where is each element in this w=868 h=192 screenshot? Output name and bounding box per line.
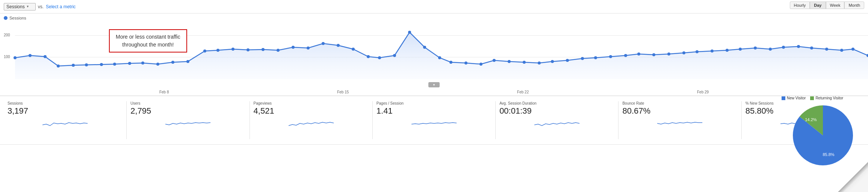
time-btn-hourly[interactable]: Hourly xyxy=(790,2,810,9)
returning-visitor-label: Returning Visitor xyxy=(815,96,843,100)
scroll-indicator[interactable] xyxy=(428,82,440,87)
svg-point-23 xyxy=(352,48,355,51)
stat-box-pageviews: Pageviews 4,521 xyxy=(250,101,373,139)
svg-point-12 xyxy=(186,60,189,63)
stat-box-pages-per-session: Pages / Session 1.41 xyxy=(373,101,496,139)
svg-point-57 xyxy=(840,49,843,52)
stat-value-pages-per-session: 1.41 xyxy=(377,106,491,116)
svg-point-34 xyxy=(508,60,511,63)
svg-point-54 xyxy=(797,45,800,48)
svg-point-28 xyxy=(423,46,426,49)
sparkline-bounce-rate xyxy=(622,117,737,129)
svg-point-13 xyxy=(203,50,206,52)
svg-point-55 xyxy=(810,46,813,50)
svg-point-7 xyxy=(113,63,116,66)
legend-item-returning-visitor: Returning Visitor xyxy=(810,96,843,100)
svg-point-26 xyxy=(393,54,396,57)
time-btn-month[interactable]: Month xyxy=(844,2,864,9)
annotation-line1: More or less constant traffic xyxy=(116,33,180,41)
stat-box-sessions: Sessions 3,197 xyxy=(4,101,127,139)
svg-point-32 xyxy=(479,63,482,66)
svg-point-50 xyxy=(739,48,742,51)
svg-point-3 xyxy=(57,64,60,68)
stat-box-users: Users 2,795 xyxy=(127,101,250,139)
svg-point-1 xyxy=(29,54,32,57)
svg-point-39 xyxy=(581,57,584,60)
svg-point-2 xyxy=(44,55,47,58)
vs-label: vs. xyxy=(38,4,44,9)
stat-label-pageviews: Pageviews xyxy=(254,101,369,105)
x-label-feb15: Feb 15 xyxy=(337,90,349,94)
stat-label-bounce-rate: Bounce Rate xyxy=(622,101,737,105)
svg-point-22 xyxy=(337,44,340,47)
svg-point-9 xyxy=(141,62,144,64)
svg-point-4 xyxy=(72,64,75,67)
svg-point-53 xyxy=(782,46,785,49)
annotation-box: More or less constant traffic throughout… xyxy=(109,29,187,52)
stat-value-bounce-rate: 80.67% xyxy=(622,106,737,116)
x-label-feb22: Feb 22 xyxy=(517,90,529,94)
svg-point-11 xyxy=(171,61,174,64)
svg-point-42 xyxy=(624,54,627,57)
svg-point-14 xyxy=(216,49,219,52)
sparkline-sessions xyxy=(8,117,122,129)
svg-point-6 xyxy=(100,63,103,66)
stat-label-avg-session: Avg. Session Duration xyxy=(499,101,614,105)
svg-point-38 xyxy=(566,59,569,62)
new-visitor-label: New Visitor xyxy=(787,96,806,100)
metric-selector: Sessions ▼ vs. Select a metric xyxy=(4,3,76,10)
stat-box-avg-session: Avg. Session Duration 00:01:39 xyxy=(496,101,618,139)
stat-value-users: 2,795 xyxy=(130,106,245,116)
svg-point-43 xyxy=(637,52,640,56)
svg-point-47 xyxy=(696,50,699,53)
stat-value-avg-session: 00:01:39 xyxy=(499,106,614,116)
svg-point-56 xyxy=(825,48,828,51)
svg-point-20 xyxy=(307,46,310,50)
x-label-feb8: Feb 8 xyxy=(159,90,169,94)
time-btn-week[interactable]: Week xyxy=(826,2,845,9)
svg-point-36 xyxy=(538,62,541,64)
sessions-label: Sessions xyxy=(6,4,25,9)
svg-point-24 xyxy=(367,55,370,58)
svg-point-46 xyxy=(682,51,685,54)
pie-container: 85.8% 14.2% xyxy=(789,102,857,169)
svg-point-51 xyxy=(754,46,757,50)
svg-point-48 xyxy=(711,50,714,52)
svg-point-18 xyxy=(277,49,280,52)
svg-point-16 xyxy=(246,48,250,51)
stat-label-pages-per-session: Pages / Session xyxy=(377,101,491,105)
stat-box-bounce-rate: Bounce Rate 80.67% xyxy=(618,101,741,139)
svg-point-41 xyxy=(609,55,612,58)
time-buttons: Hourly Day Week Month xyxy=(790,2,864,9)
annotation-line2: throughout the month! xyxy=(116,41,180,49)
svg-point-15 xyxy=(231,48,234,51)
sessions-dropdown[interactable]: Sessions ▼ xyxy=(4,3,36,10)
stats-section: Sessions 3,197 Users 2,795 Pageviews 4,5… xyxy=(0,96,868,145)
svg-point-25 xyxy=(378,56,381,59)
new-visitor-color xyxy=(782,96,785,100)
stat-value-sessions: 3,197 xyxy=(8,106,122,116)
sparkline-avg-session xyxy=(499,117,614,129)
svg-point-17 xyxy=(262,48,265,51)
svg-point-10 xyxy=(156,63,159,66)
svg-point-35 xyxy=(523,61,526,64)
svg-point-31 xyxy=(464,62,467,64)
svg-point-40 xyxy=(594,56,597,59)
sparkline-pages-per-session xyxy=(377,117,491,129)
svg-point-21 xyxy=(322,42,325,45)
stat-value-pageviews: 4,521 xyxy=(254,106,369,116)
select-metric-link[interactable]: Select a metric xyxy=(46,4,76,9)
legend-item-new-visitor: New Visitor xyxy=(782,96,806,100)
svg-point-37 xyxy=(551,60,554,63)
svg-point-27 xyxy=(408,31,411,34)
svg-point-30 xyxy=(449,61,452,64)
stat-label-sessions: Sessions xyxy=(8,101,122,105)
sparkline-users xyxy=(130,117,245,129)
time-btn-day[interactable]: Day xyxy=(810,2,826,9)
svg-point-52 xyxy=(769,48,772,51)
svg-point-8 xyxy=(128,62,131,65)
svg-point-58 xyxy=(851,48,854,51)
returning-visitor-color xyxy=(810,96,814,100)
svg-point-33 xyxy=(493,59,496,62)
pie-legend: New Visitor Returning Visitor xyxy=(782,96,864,100)
